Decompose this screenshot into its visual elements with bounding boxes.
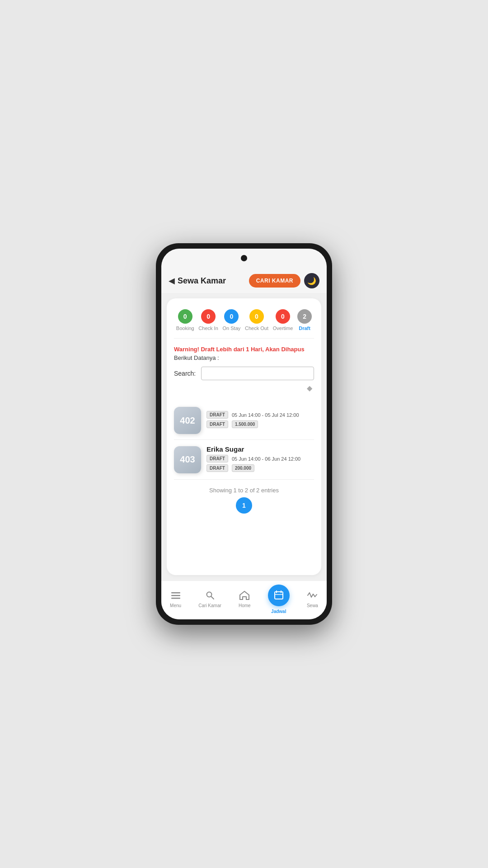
menu-icon [171, 591, 180, 602]
sewa-icon [307, 591, 317, 602]
amount-403: 200.000 [232, 464, 254, 472]
room-list: 402 DRAFT 05 Jun 14:00 - 05 Jul 24 12:00… [174, 401, 314, 480]
header: ◀ Sewa Kamar CARI KAMAR 🌙 [161, 269, 327, 293]
room-item-402[interactable]: 402 DRAFT 05 Jun 14:00 - 05 Jul 24 12:00… [174, 401, 314, 440]
phone-frame: ◀ Sewa Kamar CARI KAMAR 🌙 0 Booking [156, 243, 332, 625]
page-1-button[interactable]: 1 [236, 497, 252, 514]
tag-row-2-402: DRAFT 1.500.000 [206, 420, 314, 428]
nav-sewa[interactable]: Sewa [307, 591, 318, 608]
checkin-label: Check In [198, 326, 218, 331]
nav-menu[interactable]: Menu [170, 591, 181, 608]
search-input[interactable] [201, 367, 314, 380]
draft-label: Draft [299, 326, 310, 331]
checkout-label: Check Out [245, 326, 268, 331]
sewa-label: Sewa [307, 603, 318, 608]
room-number-403: 403 [174, 446, 201, 473]
date-range-402: 05 Jun 14:00 - 05 Jul 24 12:00 [232, 412, 299, 418]
dark-mode-button[interactable]: 🌙 [304, 273, 319, 288]
tab-check-in[interactable]: 0 Check In [198, 309, 218, 331]
tag-row-1-403: DRAFT 05 Jun 14:00 - 06 Jun 24 12:00 [206, 455, 314, 462]
menu-label: Menu [170, 603, 181, 608]
tab-booking[interactable]: 0 Booking [176, 309, 194, 331]
phone-screen: ◀ Sewa Kamar CARI KAMAR 🌙 0 Booking [161, 249, 327, 619]
svg-rect-2 [171, 598, 180, 599]
nav-home[interactable]: Home [239, 591, 251, 608]
filter-icon[interactable]: ◆ [307, 384, 312, 396]
svg-line-4 [211, 596, 214, 599]
draft-tag-2-402: DRAFT [206, 420, 228, 428]
tab-check-out[interactable]: 0 Check Out [245, 309, 268, 331]
onstay-badge: 0 [224, 309, 239, 324]
checkin-badge: 0 [201, 309, 216, 324]
overtime-badge: 0 [276, 309, 290, 324]
draft-badge: 2 [297, 309, 312, 324]
app-content: ◀ Sewa Kamar CARI KAMAR 🌙 0 Booking [161, 269, 327, 580]
search-label: Search: [174, 370, 197, 377]
search-nav-icon [206, 591, 215, 602]
camera-notch [241, 255, 247, 261]
room-info-403: Erika Sugar DRAFT 05 Jun 14:00 - 06 Jun … [206, 445, 314, 474]
warning-section: Warning! Draft Lebih dari 1 Hari, Akan D… [174, 339, 314, 401]
room-info-402: DRAFT 05 Jun 14:00 - 05 Jul 24 12:00 DRA… [206, 411, 314, 430]
room-item-403[interactable]: 403 Erika Sugar DRAFT 05 Jun 14:00 - 06 … [174, 440, 314, 480]
onstay-label: On Stay [223, 326, 241, 331]
svg-rect-1 [171, 595, 180, 596]
jadwal-label: Jadwal [271, 609, 286, 614]
home-icon [239, 591, 249, 602]
cari-kamar-button[interactable]: CARI KAMAR [249, 274, 300, 288]
room-number-402: 402 [174, 407, 201, 434]
checkout-badge: 0 [249, 309, 264, 324]
back-button[interactable]: ◀ [169, 276, 175, 286]
header-left: ◀ Sewa Kamar [169, 276, 226, 286]
status-tabs: 0 Booking 0 Check In 0 On Stay 0 Check O… [174, 306, 314, 339]
draft-tag-1-403: DRAFT [206, 455, 228, 462]
header-right: CARI KAMAR 🌙 [249, 273, 319, 288]
bottom-nav: Menu Cari Kamar Home [161, 580, 327, 619]
home-label: Home [239, 603, 251, 608]
page-title: Sewa Kamar [178, 276, 226, 286]
date-range-403: 05 Jun 14:00 - 06 Jun 24 12:00 [232, 456, 300, 462]
main-card: 0 Booking 0 Check In 0 On Stay 0 Check O… [167, 298, 321, 575]
amount-402: 1.500.000 [232, 420, 258, 428]
overtime-label: Overtime [273, 326, 293, 331]
tab-overtime[interactable]: 0 Overtime [273, 309, 293, 331]
room-name-403: Erika Sugar [206, 445, 314, 453]
nav-cari-kamar[interactable]: Cari Kamar [198, 591, 221, 608]
tag-row-2-403: DRAFT 200.000 [206, 464, 314, 472]
pagination-text: Showing 1 to 2 of 2 entries [174, 487, 314, 494]
booking-badge: 0 [178, 309, 192, 324]
draft-tag-2-403: DRAFT [206, 464, 228, 472]
warning-main-text: Warning! Draft Lebih dari 1 Hari, Akan D… [174, 346, 314, 353]
tab-on-stay[interactable]: 0 On Stay [223, 309, 241, 331]
jadwal-fab [268, 585, 290, 606]
search-row: Search: [174, 367, 314, 380]
tag-row-1-402: DRAFT 05 Jun 14:00 - 05 Jul 24 12:00 [206, 411, 314, 419]
svg-rect-5 [275, 592, 283, 599]
nav-jadwal[interactable]: Jadwal [268, 585, 290, 614]
draft-tag-1-402: DRAFT [206, 411, 228, 419]
tab-draft[interactable]: 2 Draft [297, 309, 312, 331]
cari-kamar-nav-label: Cari Kamar [198, 603, 221, 608]
svg-rect-0 [171, 592, 180, 594]
booking-label: Booking [176, 326, 194, 331]
warning-sub-text: Berikut Datanya : [174, 354, 314, 361]
moon-icon: 🌙 [307, 277, 316, 285]
